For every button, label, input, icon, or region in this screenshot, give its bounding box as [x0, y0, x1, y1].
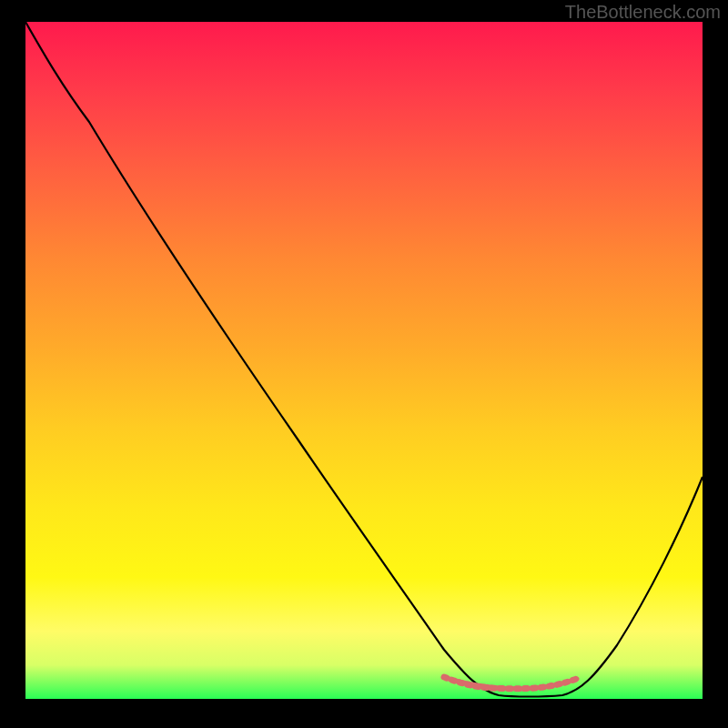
- bottleneck-curve-path: [25, 22, 703, 697]
- chart-plot-area: [25, 22, 703, 699]
- watermark-text: TheBottleneck.com: [565, 2, 721, 23]
- chart-svg: [25, 22, 703, 699]
